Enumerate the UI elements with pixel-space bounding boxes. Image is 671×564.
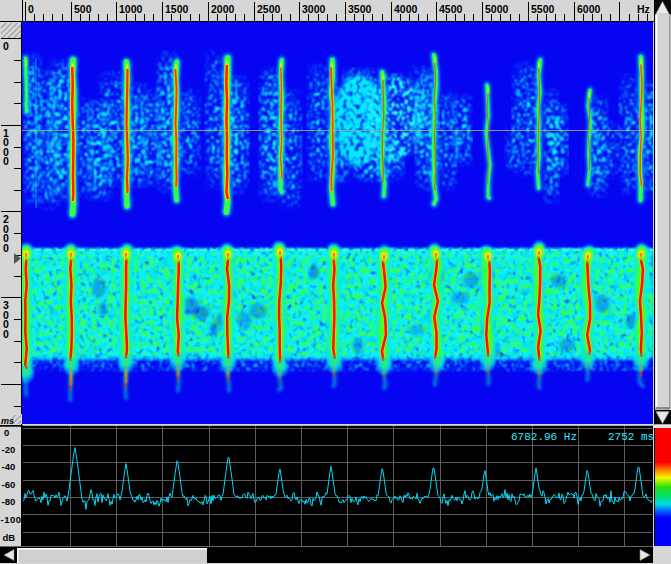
- svg-text:5000: 5000: [485, 3, 509, 15]
- svg-text:2000: 2000: [211, 3, 235, 15]
- svg-text:4000: 4000: [394, 3, 418, 15]
- svg-text:0: 0: [3, 40, 9, 52]
- svg-text:-40: -40: [2, 461, 16, 472]
- svg-text:3000: 3000: [302, 3, 326, 15]
- svg-text:6782.96 Hz: 6782.96 Hz: [511, 431, 577, 443]
- svg-text:0: 0: [3, 328, 9, 340]
- svg-text:-20: -20: [2, 444, 16, 455]
- svg-text:0: 0: [28, 3, 34, 15]
- svg-text:-100: -100: [1, 514, 22, 525]
- svg-text:5500: 5500: [531, 3, 555, 15]
- svg-text:dB: dB: [3, 532, 16, 543]
- svg-text:3500: 3500: [348, 3, 372, 15]
- svg-text:1000: 1000: [119, 3, 143, 15]
- svg-text:0: 0: [4, 427, 9, 438]
- svg-text:-60: -60: [2, 479, 16, 490]
- svg-text:2500: 2500: [257, 3, 281, 15]
- svg-text:1500: 1500: [165, 3, 189, 15]
- svg-text:0: 0: [3, 155, 9, 167]
- svg-text:0: 0: [3, 242, 9, 254]
- svg-text:4500: 4500: [439, 3, 463, 15]
- svg-text:6000: 6000: [577, 3, 601, 15]
- svg-text:2752 ms: 2752 ms: [608, 431, 654, 443]
- svg-text:-80: -80: [2, 496, 16, 507]
- svg-text:500: 500: [74, 3, 92, 15]
- svg-text:Hz: Hz: [637, 3, 650, 15]
